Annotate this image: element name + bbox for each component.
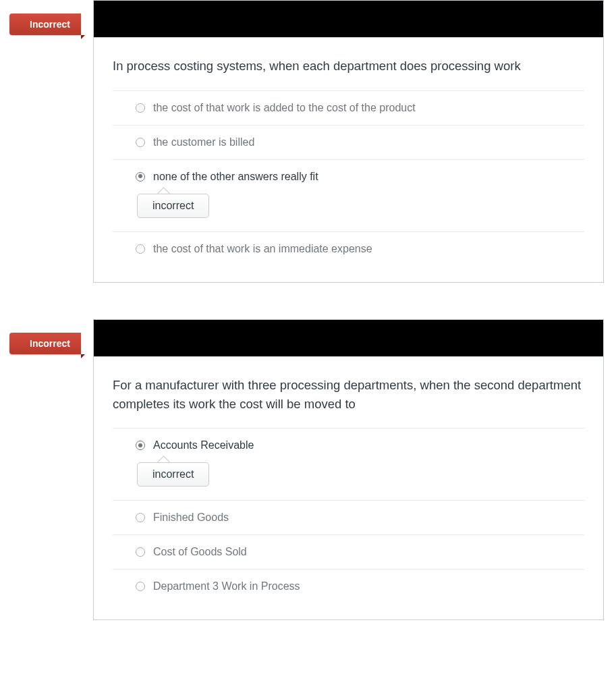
answer-option: the cost of that work is an immediate ex… xyxy=(113,232,584,266)
question-body: In process costing systems, when each de… xyxy=(94,38,603,282)
answer-option: the customer is billed xyxy=(113,126,584,160)
answer-label: Finished Goods xyxy=(153,512,229,524)
answer-option: the cost of that work is added to the co… xyxy=(113,91,584,126)
radio-icon[interactable] xyxy=(136,547,145,557)
question-body: For a manufacturer with three processing… xyxy=(94,357,603,620)
radio-icon[interactable] xyxy=(136,244,145,254)
feedback-bubble: incorrect xyxy=(137,462,209,487)
feedback-bubble: incorrect xyxy=(137,194,209,218)
question-stem: For a manufacturer with three processing… xyxy=(113,376,584,414)
answer-option: Finished Goods xyxy=(113,501,584,535)
radio-icon[interactable] xyxy=(136,582,145,591)
question-card: For a manufacturer with three processing… xyxy=(93,319,604,621)
answer-label: Department 3 Work in Process xyxy=(153,580,300,592)
answer-label: the customer is billed xyxy=(153,136,254,148)
answer-label: Accounts Receivable xyxy=(153,439,254,451)
answer-label: the cost of that work is added to the co… xyxy=(153,102,416,114)
answer-option: Department 3 Work in Process xyxy=(113,570,584,603)
answer-label: Cost of Goods Sold xyxy=(153,546,247,558)
question-block: Incorrect In process costing systems, wh… xyxy=(93,0,604,283)
answer-options: the cost of that work is added to the co… xyxy=(113,90,584,266)
radio-icon[interactable] xyxy=(136,138,145,147)
question-block: Incorrect For a manufacturer with three … xyxy=(93,319,604,621)
radio-icon[interactable] xyxy=(136,172,145,182)
answer-label: none of the other answers really fit xyxy=(153,171,318,183)
answer-options: Accounts Receivable incorrect Finished G… xyxy=(113,428,584,603)
result-flag: Incorrect xyxy=(9,333,81,354)
quiz-review-page: Incorrect In process costing systems, wh… xyxy=(0,0,616,677)
radio-icon[interactable] xyxy=(136,513,145,522)
question-stem: In process costing systems, when each de… xyxy=(113,57,584,76)
radio-icon[interactable] xyxy=(136,441,145,450)
answer-label: the cost of that work is an immediate ex… xyxy=(153,243,372,255)
question-card: In process costing systems, when each de… xyxy=(93,0,604,283)
answer-option: Cost of Goods Sold xyxy=(113,535,584,570)
radio-icon[interactable] xyxy=(136,103,145,113)
question-header xyxy=(94,320,603,357)
result-flag: Incorrect xyxy=(9,13,81,35)
question-header xyxy=(94,1,603,38)
answer-option: Accounts Receivable incorrect xyxy=(113,429,584,501)
answer-option: none of the other answers really fit inc… xyxy=(113,160,584,232)
